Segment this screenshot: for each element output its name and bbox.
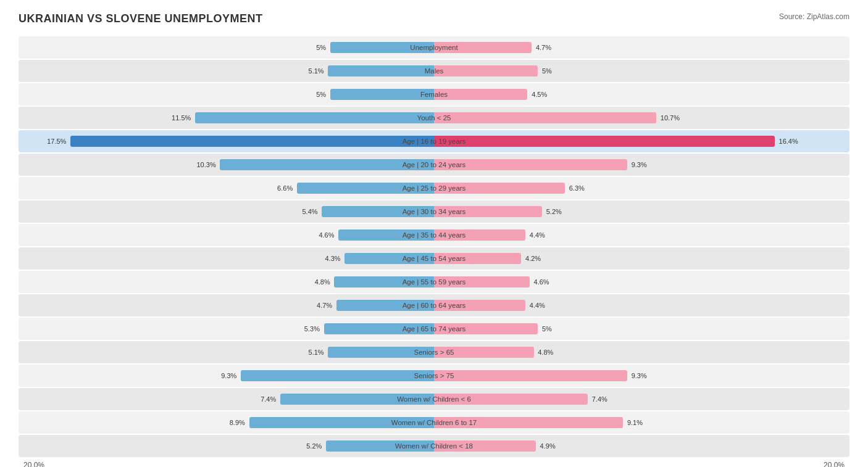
bar-left [328,347,434,358]
right-value: 4.2% [525,255,541,262]
chart-header: UKRAINIAN VS SLOVENE UNEMPLOYMENT Source… [19,12,849,25]
right-value: 9.3% [632,372,647,379]
right-value: 6.3% [569,184,585,192]
axis-label-left: 20.0% [23,461,44,467]
right-value: 4.4% [530,302,545,309]
left-value: 4.8% [315,278,330,286]
bar-right [434,136,775,147]
right-value: 5% [542,67,552,75]
chart-source: Source: ZipAtlas.com [779,12,849,21]
bar-row: Seniors > 759.3%9.3% [19,365,849,387]
bar-row: Women w/ Children < 185.2%4.9% [19,435,849,457]
bar-row: Age | 20 to 24 years10.3%9.3% [19,154,849,176]
axis-row: 20.0% 20.0% [19,458,849,467]
bar-right [434,323,538,334]
chart-container: UKRAINIAN VS SLOVENE UNEMPLOYMENT Source… [0,0,868,467]
right-value: 4.6% [534,278,549,286]
right-value: 4.4% [530,231,545,239]
bar-left [280,394,434,405]
left-value: 9.3% [221,372,236,379]
bar-left [195,112,434,123]
bar-right [434,417,623,428]
bar-row: Age | 30 to 34 years5.4%5.2% [19,200,849,223]
bar-left [330,89,434,100]
right-value: 4.7% [536,44,551,51]
bar-left [336,300,434,311]
bar-left [322,206,434,217]
bar-left [326,440,434,452]
bar-row: Age | 60 to 64 years4.7%4.4% [19,294,849,316]
left-value: 5% [316,44,326,51]
right-value: 9.3% [632,161,647,168]
chart-title: UKRAINIAN VS SLOVENE UNEMPLOYMENT [19,12,263,25]
bar-right [434,65,538,76]
bar-right [434,347,534,358]
bar-left [297,183,434,194]
right-value: 7.4% [592,395,607,403]
bar-row: Women w/ Children < 67.4%7.4% [19,388,849,410]
bars-wrapper: Unemployment5%4.7%Males5.1%5%Females5%4.… [19,36,849,457]
left-value: 5.2% [306,442,322,450]
bar-left [330,42,434,53]
left-value: 5.1% [309,67,324,75]
bar-right [434,300,525,311]
bar-right [434,42,532,53]
right-value: 16.4% [779,138,798,145]
left-value: 4.6% [319,231,334,239]
bar-right [434,229,525,241]
left-value: 17.5% [47,138,66,145]
right-value: 5% [542,325,552,333]
bar-left [334,276,434,287]
left-value: 11.5% [172,114,191,122]
right-value: 10.7% [661,114,680,122]
bar-right [434,206,542,217]
left-value: 5.1% [309,349,324,356]
bar-row: Males5.1%5% [19,60,849,82]
bar-left [249,417,434,428]
left-value: 8.9% [230,419,245,426]
bar-left [241,370,434,381]
bar-right [434,370,627,381]
left-value: 10.3% [196,161,215,168]
bar-left [220,159,434,170]
bar-row: Unemployment5%4.7% [19,36,849,59]
bar-row: Seniors > 655.1%4.8% [19,341,849,363]
bar-right [434,253,521,264]
bar-row: Age | 45 to 54 years4.3%4.2% [19,247,849,270]
bar-right [434,440,536,452]
bar-right [434,276,530,287]
bar-right [434,89,527,100]
bar-row: Age | 55 to 59 years4.8%4.6% [19,271,849,293]
bar-right [434,112,656,123]
bar-row: Age | 35 to 44 years4.6%4.4% [19,224,849,246]
left-value: 5.3% [304,325,320,333]
bar-row: Women w/ Children 6 to 178.9%9.1% [19,411,849,434]
bar-right [434,159,627,170]
left-value: 7.4% [261,395,276,403]
bar-row: Females5%4.5% [19,83,849,105]
left-value: 5% [316,91,326,98]
bar-row: Age | 25 to 29 years6.6%6.3% [19,177,849,199]
left-value: 6.6% [277,184,293,192]
bar-left [328,65,434,76]
bar-right [434,183,565,194]
axis-label-right: 20.0% [824,461,845,467]
right-value: 4.8% [538,349,553,356]
bar-row: Age | 65 to 74 years5.3%5% [19,318,849,340]
left-value: 4.7% [317,302,332,309]
bar-row: Youth < 2511.5%10.7% [19,107,849,129]
bar-row: Age | 16 to 19 years17.5%16.4% [19,130,849,152]
bar-left [70,136,434,147]
right-value: 9.1% [627,419,643,426]
left-value: 5.4% [302,208,317,215]
right-value: 4.9% [540,442,556,450]
right-value: 4.5% [532,91,547,98]
bar-left [324,323,434,334]
left-value: 4.3% [325,255,341,262]
bar-right [434,394,588,405]
bar-left [338,229,434,241]
bar-left [344,253,434,264]
right-value: 5.2% [546,208,562,215]
